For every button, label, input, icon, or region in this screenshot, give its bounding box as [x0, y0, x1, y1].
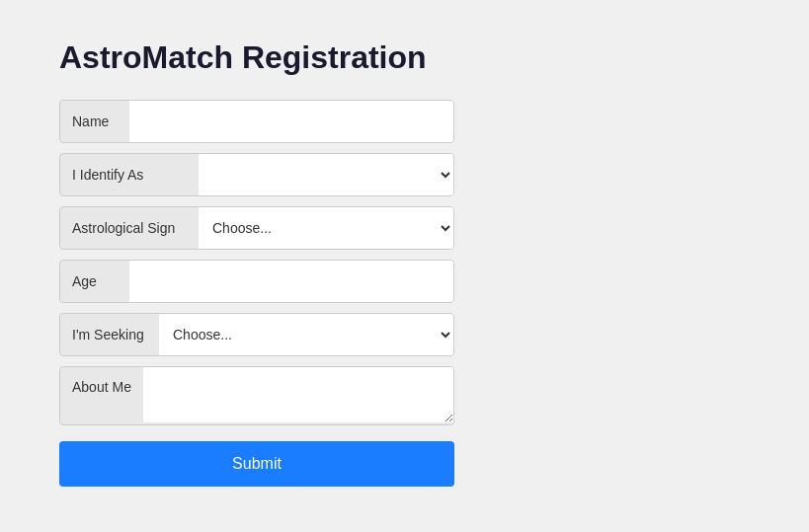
about-row: About Me — [59, 366, 454, 425]
seeking-select[interactable]: Choose... Male Female Non-binary Other A… — [159, 314, 453, 355]
submit-button[interactable]: Submit — [59, 441, 454, 487]
about-textarea[interactable] — [143, 367, 453, 422]
name-input[interactable] — [129, 101, 453, 142]
seeking-label: I'm Seeking — [60, 317, 159, 352]
about-label: About Me — [60, 367, 143, 405]
name-row: Name — [59, 100, 454, 143]
identify-label: I Identify As — [60, 157, 199, 192]
identify-row: I Identify As Male Female Non-binary Oth… — [59, 153, 454, 196]
age-input[interactable] — [129, 261, 453, 302]
name-label: Name — [60, 104, 129, 139]
astro-row: Astrological Sign Choose... Aries Taurus… — [59, 206, 454, 250]
page-title: AstroMatch Registration — [59, 39, 750, 76]
page-container: AstroMatch Registration Name I Identify … — [0, 0, 809, 526]
form-container: Name I Identify As Male Female Non-binar… — [59, 100, 454, 487]
astro-select[interactable]: Choose... Aries Taurus Gemini Cancer Leo… — [199, 207, 453, 249]
identify-select[interactable]: Male Female Non-binary Other Prefer not … — [199, 154, 453, 195]
age-label: Age — [60, 264, 129, 299]
astro-label: Astrological Sign — [60, 210, 199, 246]
seeking-row: I'm Seeking Choose... Male Female Non-bi… — [59, 313, 454, 356]
age-row: Age — [59, 260, 454, 303]
